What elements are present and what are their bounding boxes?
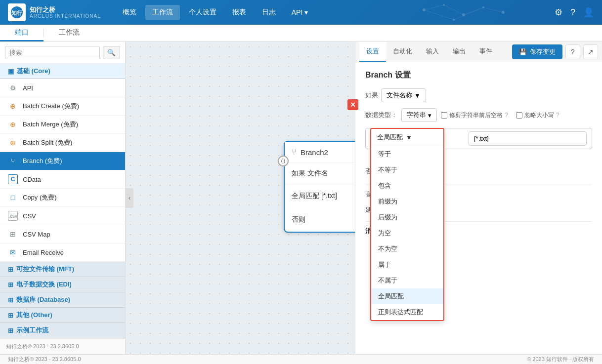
sidebar-item-batch-create[interactable]: ⊕ Batch Create (免费) <box>0 97 125 116</box>
dropdown-option-not-equals[interactable]: 不等于 <box>371 162 443 178</box>
sidebar-item-copy[interactable]: □ Copy (免费) <box>0 189 125 207</box>
plus-icon-edi: ⊞ <box>8 281 13 288</box>
sidebar-item-email-receive[interactable]: ✉ Email Receive <box>0 243 125 262</box>
checkbox-trim[interactable]: 修剪字符串前后空格 ? <box>441 111 508 120</box>
sidebar-category-core[interactable]: ▣ 基础 (Core) <box>0 64 125 79</box>
right-panel-tabs: 设置 自动化 输入 输出 事件 💾 保存变更 ? ↗ <box>355 42 602 62</box>
node-header: ⑂ Branch2 ⚙ <box>285 142 355 163</box>
api-icon: ⚙ <box>8 83 18 93</box>
chevron-down-icon: ▾ <box>304 8 308 16</box>
dropdown-header-match[interactable]: 全局匹配 ▼ <box>371 129 443 146</box>
csv-icon: .csv <box>8 211 18 221</box>
sidebar-item-api[interactable]: ⚙ API <box>0 79 125 97</box>
help-icon[interactable]: ? <box>570 7 575 18</box>
search-button[interactable]: 🔍 <box>103 46 120 59</box>
cdata-icon: C <box>8 174 18 184</box>
nav-logs[interactable]: 日志 <box>255 5 283 20</box>
match-type-dropdown: 全局匹配 ▼ 等于 不等于 包含 前缀为 后缀为 为空 不为空 属于 不属于 <box>370 128 444 321</box>
sidebar-item-cdata[interactable]: C CData <box>0 170 125 189</box>
nav-reports[interactable]: 报表 <box>225 5 253 20</box>
dropdown-option-empty[interactable]: 为空 <box>371 225 443 241</box>
if-label: 如果 <box>365 91 378 100</box>
sidebar-category-other[interactable]: ⊞ 其他 (Other) <box>0 308 125 323</box>
dropdown-option-prefix[interactable]: 前缀为 <box>371 194 443 209</box>
tab-port[interactable]: 端口 <box>0 25 43 41</box>
trim-help-icon[interactable]: ? <box>505 112 508 119</box>
top-nav: 知行 知行之桥 ARCEUS INTERNATIONAL 概览 工作流 个人设置… <box>0 0 602 25</box>
dropdown-option-suffix[interactable]: 后缀为 <box>371 209 443 225</box>
node-condition-row: 全局匹配 [*.txt] ℹ › <box>285 184 355 208</box>
panel-external-button[interactable]: ↗ <box>583 44 598 59</box>
settings-icon[interactable]: ⚙ <box>555 7 562 18</box>
email-receive-icon: ✉ <box>8 247 18 257</box>
condition-value-input[interactable] <box>469 131 587 146</box>
plus-icon-other: ⊞ <box>8 312 13 319</box>
field-dropdown-icon: ▼ <box>414 92 421 99</box>
nav-settings[interactable]: 个人设置 <box>182 5 223 20</box>
sidebar-item-branch[interactable]: ⑂ Branch (免费) <box>0 152 125 170</box>
sidebar-item-csv-map[interactable]: ⊞ CSV Map <box>0 225 125 243</box>
node-box: ⑂ Branch2 ⚙ 如果 文件名 全局匹配 [*.txt] ℹ <box>284 141 355 233</box>
sidebar-category-mft[interactable]: ⊞ 可控文件传输 (MFT) <box>0 262 125 277</box>
sidebar-footer: 知行之桥® 2023 - 23.2.8605.0 <box>0 338 125 354</box>
node-else-row: 否则 ℹ › <box>285 208 355 232</box>
dropdown-option-global-match[interactable]: 全局匹配 <box>371 288 443 304</box>
save-icon: 💾 <box>519 48 527 56</box>
sidebar-item-batch-split[interactable]: ⊕ Batch Split (免费) <box>0 134 125 152</box>
logo: 知行 知行之桥 ARCEUS INTERNATIONAL <box>8 3 101 21</box>
dropdown-option-belongs[interactable]: 属于 <box>371 257 443 273</box>
dropdown-option-equals[interactable]: 等于 <box>371 146 443 162</box>
batch-create-icon: ⊕ <box>8 101 18 111</box>
panel-help-button[interactable]: ? <box>565 44 580 59</box>
nav-api[interactable]: API ▾ <box>285 5 315 20</box>
nav-workflow[interactable]: 工作流 <box>145 5 180 20</box>
plus-icon-db: ⊞ <box>8 296 13 304</box>
checkbox-group: 修剪字符串前后空格 ? 忽略大小写 ? <box>441 111 559 120</box>
panel-close-button[interactable]: ✕ <box>347 99 358 110</box>
type-chevron-icon: ▾ <box>428 112 431 119</box>
right-panel-content: Branch 设置 如果 文件名称 ▼ 数据类型： 字符串 ▾ <box>355 62 602 354</box>
trim-checkbox[interactable] <box>441 112 447 119</box>
dropdown-option-regex[interactable]: 正则表达式匹配 <box>371 304 443 320</box>
sidebar-category-edi[interactable]: ⊞ 电子数据交换 (EDI) <box>0 277 125 292</box>
sidebar-item-batch-merge[interactable]: ⊕ Batch Merge (免费) <box>0 116 125 134</box>
sidebar-category-examples[interactable]: ⊞ 示例工作流 <box>0 323 125 338</box>
search-bar: 🔍 <box>0 42 125 64</box>
condition-area: ⋮⋮ 全局匹配 ▼ 等于 不等于 包含 前缀为 后缀为 <box>365 128 592 179</box>
dropdown-arrow-icon: ▼ <box>406 134 412 141</box>
copy-icon: □ <box>8 193 18 202</box>
batch-merge-icon: ⊕ <box>8 120 18 129</box>
node-connector-left[interactable]: ⟨⟩ <box>278 156 289 166</box>
tab-output[interactable]: 输出 <box>446 42 473 62</box>
dropdown-option-not-empty[interactable]: 不为空 <box>371 241 443 257</box>
category-collapse-icon: ▣ <box>8 68 14 75</box>
canvas-area[interactable]: 0 ⟨⟩ ⑂ Branch2 ⚙ 如果 文件名 <box>126 42 355 354</box>
plus-icon-mft: ⊞ <box>8 266 13 273</box>
sidebar-collapse-handle[interactable]: ‹ <box>126 188 133 208</box>
user-icon[interactable]: 👤 <box>583 7 594 18</box>
tab-workflow[interactable]: 工作流 <box>44 25 94 41</box>
batch-split-icon: ⊕ <box>8 138 18 148</box>
condition-row: ⋮⋮ 全局匹配 ▼ 等于 不等于 包含 前缀为 后缀为 <box>365 128 592 149</box>
tab-settings[interactable]: 设置 <box>359 42 386 62</box>
checkbox-ignore-case[interactable]: 忽略大小写 ? <box>516 111 559 120</box>
csv-map-icon: ⊞ <box>8 229 18 239</box>
bottom-status: 知行之桥® 2023 - 23.2.8605.0 © 2023 知行软件 · 版… <box>0 354 602 364</box>
plus-icon-examples: ⊞ <box>8 327 13 334</box>
tab-events[interactable]: 事件 <box>473 42 499 62</box>
search-input[interactable] <box>5 46 100 59</box>
save-changes-button[interactable]: 💾 保存变更 <box>512 44 562 59</box>
dropdown-option-not-belongs[interactable]: 不属于 <box>371 273 443 288</box>
tab-input[interactable]: 输入 <box>419 42 446 62</box>
node-branch-icon: ⑂ <box>292 148 297 157</box>
tab-automation[interactable]: 自动化 <box>386 42 419 62</box>
sidebar-item-csv[interactable]: .csv CSV <box>0 207 125 225</box>
type-selector[interactable]: 字符串 ▾ <box>401 108 437 122</box>
ignore-case-help-icon[interactable]: ? <box>556 112 559 119</box>
nav-overview[interactable]: 概览 <box>116 5 143 20</box>
field-name-selector[interactable]: 文件名称 ▼ <box>381 88 426 102</box>
sidebar-category-db[interactable]: ⊞ 数据库 (Database) <box>0 292 125 308</box>
top-nav-right: ⚙ ? 👤 <box>555 7 594 18</box>
dropdown-option-contains[interactable]: 包含 <box>371 178 443 194</box>
ignore-case-checkbox[interactable] <box>516 112 522 119</box>
